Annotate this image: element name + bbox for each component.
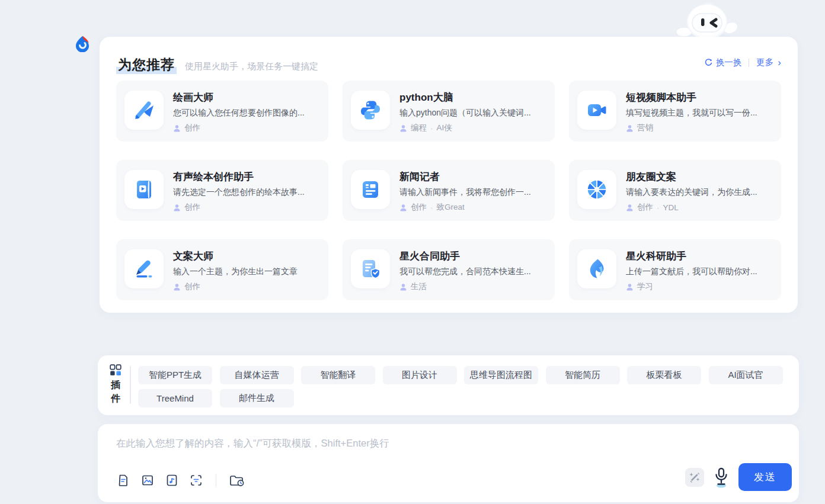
contract-shield-icon — [351, 249, 390, 288]
card-category: 创作 — [184, 202, 200, 213]
video-camera-icon — [577, 91, 616, 130]
plugins-grid-icon — [110, 364, 121, 376]
card-category: 创作 — [184, 123, 200, 133]
person-icon — [173, 204, 181, 211]
card-title: 文案大师 — [173, 250, 298, 263]
card-title: 有声绘本创作助手 — [173, 171, 305, 184]
robot-mascot — [674, 1, 740, 39]
card-contract-assistant[interactable]: 星火合同助手 我可以帮您完成，合同范本快速生... 生活 · — [343, 239, 555, 300]
plugins-panel: 插件 智能PPT生成 自媒体运营 智能翻译 图片设计 思维导图流程图 智能简历 … — [98, 355, 799, 415]
paint-brush-icon — [124, 91, 164, 130]
plugin-chip-email[interactable]: 邮件生成 — [220, 389, 294, 407]
card-desc: 请先选定一个您想创作的绘本故事... — [173, 187, 305, 198]
card-category: 创作 — [184, 281, 200, 292]
attach-audio-button[interactable] — [164, 473, 180, 488]
card-title: 新闻记者 — [399, 171, 531, 184]
iflytek-logo[interactable] — [73, 34, 91, 52]
meta-separator: · — [430, 124, 433, 133]
card-title: 绘画大师 — [173, 91, 305, 104]
card-python-brain[interactable]: python大脑 输入python问题（可以输入关键词... 编程 · AI侠 — [343, 81, 555, 142]
more-button[interactable]: 更多 › — [756, 57, 781, 68]
python-icon — [351, 91, 390, 130]
microphone-button[interactable] — [713, 466, 730, 489]
card-moments-copywriting[interactable]: 朋友圈文案 请输入要表达的关键词，为你生成... 创作 · YDL — [569, 160, 781, 221]
pencil-icon — [124, 249, 164, 288]
plugin-chip-treemind[interactable]: TreeMind — [138, 389, 212, 407]
page-subtitle: 使用星火助手，场景任务一键搞定 — [185, 61, 318, 74]
card-desc: 请输入要表达的关键词，为你生成... — [626, 187, 757, 198]
card-desc: 上传一篇文献后，我可以帮助你对... — [626, 267, 757, 277]
page-title: 为您推荐 — [116, 56, 177, 74]
card-author: AI侠 — [437, 123, 452, 133]
card-category: 营销 — [637, 123, 653, 133]
card-short-video-script[interactable]: 短视频脚本助手 填写短视频主题，我就可以写一份... 营销 · — [569, 81, 781, 142]
plugin-chip-translate[interactable]: 智能翻译 — [301, 366, 375, 384]
image-icon — [140, 473, 155, 487]
card-title: 朋友圈文案 — [626, 171, 757, 184]
card-author: YDL — [663, 203, 679, 212]
spark-flame-icon — [577, 249, 616, 288]
meta-separator: · — [657, 203, 660, 212]
magic-wand-button[interactable] — [685, 468, 704, 487]
person-icon — [399, 124, 407, 132]
card-category: 创作 — [411, 202, 427, 213]
audio-book-icon — [124, 170, 164, 209]
card-category: 编程 — [411, 123, 427, 133]
toolbar-divider — [216, 474, 216, 487]
document-icon — [116, 473, 130, 487]
card-category: 生活 — [411, 281, 427, 292]
plugins-label: 插件 — [111, 378, 121, 405]
card-author: 致Great — [437, 202, 465, 213]
scan-text-icon — [189, 473, 203, 487]
card-desc: 填写短视频主题，我就可以写一份... — [626, 108, 757, 118]
composer-panel: 发送 — [98, 424, 799, 502]
card-category: 创作 — [637, 202, 653, 213]
person-icon — [626, 124, 634, 132]
refresh-button[interactable]: 换一换 — [704, 57, 742, 68]
chevron-right-icon: › — [778, 59, 781, 67]
plugin-chip-ai-interview[interactable]: AI面试官 — [709, 366, 783, 384]
card-research-assistant[interactable]: 星火科研助手 上传一篇文献后，我可以帮助你对... 学习 · — [569, 239, 781, 300]
folder-history-icon — [229, 473, 245, 487]
send-button[interactable]: 发送 — [738, 463, 792, 491]
card-desc: 您可以输入您任何想要创作图像的... — [173, 108, 305, 118]
person-icon — [626, 283, 634, 291]
plugin-chip-banli[interactable]: 板栗看板 — [627, 366, 701, 384]
plugin-chip-ppt[interactable]: 智能PPT生成 — [138, 366, 212, 384]
attach-image-button[interactable] — [140, 473, 155, 488]
plugin-chip-resume[interactable]: 智能简历 — [546, 366, 620, 384]
meta-separator: · — [430, 203, 433, 212]
card-title: 短视频脚本助手 — [626, 91, 757, 104]
card-painting-master[interactable]: 绘画大师 您可以输入您任何想要创作图像的... 创作 · — [116, 81, 328, 142]
card-category: 学习 — [637, 281, 653, 292]
plugin-chip-list: 智能PPT生成 自媒体运营 智能翻译 图片设计 思维导图流程图 智能简历 板栗看… — [138, 366, 790, 407]
card-desc: 请输入新闻事件，我将帮您创作一... — [399, 187, 531, 198]
card-copywriting-master[interactable]: 文案大师 输入一个主题，为你生出一篇文章 创作 · — [116, 239, 328, 300]
newspaper-icon — [351, 170, 390, 209]
microphone-icon — [713, 466, 730, 489]
person-icon — [399, 283, 407, 291]
person-icon — [399, 204, 407, 211]
card-title: python大脑 — [399, 91, 531, 104]
file-history-button[interactable] — [228, 473, 246, 488]
refresh-label: 换一换 — [716, 57, 742, 68]
plugin-chip-image-design[interactable]: 图片设计 — [383, 366, 457, 384]
message-input[interactable] — [116, 436, 697, 463]
card-title: 星火合同助手 — [399, 250, 531, 263]
plugin-chip-media[interactable]: 自媒体运营 — [220, 366, 294, 384]
card-news-reporter[interactable]: 新闻记者 请输入新闻事件，我将帮您创作一... 创作 · 致Great — [343, 160, 555, 221]
ocr-scan-button[interactable] — [188, 473, 204, 488]
person-icon — [173, 124, 181, 132]
more-label: 更多 — [756, 57, 773, 68]
magic-wand-icon — [688, 471, 701, 484]
card-desc: 输入一个主题，为你生出一篇文章 — [173, 267, 298, 277]
card-audio-picture-book[interactable]: 有声绘本创作助手 请先选定一个您想创作的绘本故事... 创作 · — [116, 160, 328, 221]
card-desc: 我可以帮您完成，合同范本快速生... — [399, 267, 531, 277]
recommendations-header: 为您推荐 使用星火助手，场景任务一键搞定 — [116, 56, 318, 74]
attach-document-button[interactable] — [116, 473, 131, 488]
plugin-chip-mindmap[interactable]: 思维导图流程图 — [464, 366, 538, 384]
aperture-icon — [577, 170, 616, 209]
card-desc: 输入python问题（可以输入关键词... — [399, 108, 531, 118]
recommendations-panel: 为您推荐 使用星火助手，场景任务一键搞定 换一换 更多 › — [100, 37, 798, 313]
refresh-icon — [704, 58, 713, 67]
